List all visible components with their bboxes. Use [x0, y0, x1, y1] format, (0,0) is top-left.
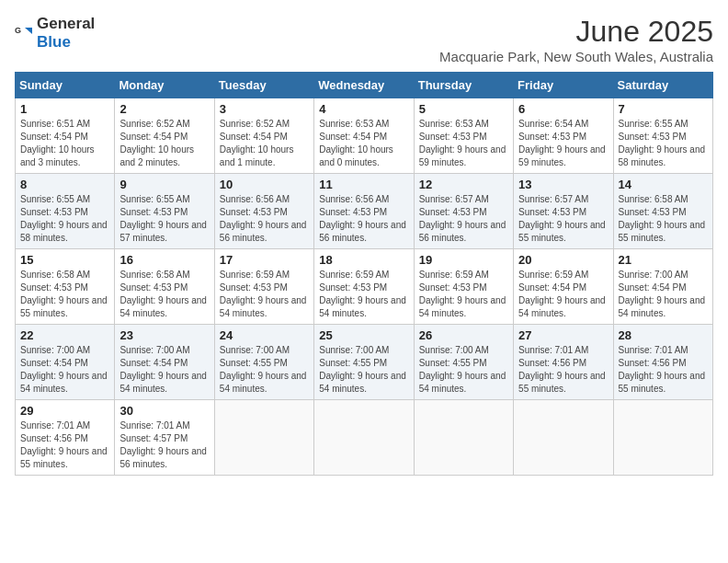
- calendar-cell: 8 Sunrise: 6:55 AM Sunset: 4:53 PM Dayli…: [16, 174, 115, 249]
- sunrise-label: Sunrise: 6:55 AM: [619, 119, 688, 129]
- day-info: Sunrise: 7:00 AM Sunset: 4:54 PM Dayligh…: [20, 344, 109, 396]
- calendar-cell: 14 Sunrise: 6:58 AM Sunset: 4:53 PM Dayl…: [613, 174, 712, 249]
- daylight-label: Daylight: 9 hours and 54 minutes.: [419, 371, 506, 394]
- day-info: Sunrise: 6:59 AM Sunset: 4:53 PM Dayligh…: [419, 269, 508, 320]
- sunrise-label: Sunrise: 7:00 AM: [220, 345, 290, 355]
- sunset-label: Sunset: 4:53 PM: [419, 282, 487, 293]
- sunset-label: Sunset: 4:54 PM: [518, 282, 586, 293]
- sunrise-label: Sunrise: 7:01 AM: [20, 420, 90, 431]
- calendar-cell: 6 Sunrise: 6:54 AM Sunset: 4:53 PM Dayli…: [514, 98, 613, 174]
- calendar-cell: 27 Sunrise: 7:01 AM Sunset: 4:56 PM Dayl…: [514, 325, 613, 400]
- day-number: 22: [20, 328, 109, 342]
- daylight-label: Daylight: 9 hours and 54 minutes.: [119, 295, 207, 318]
- day-info: Sunrise: 6:58 AM Sunset: 4:53 PM Dayligh…: [119, 269, 209, 320]
- day-info: Sunrise: 6:55 AM Sunset: 4:53 PM Dayligh…: [619, 118, 708, 169]
- sunset-label: Sunset: 4:53 PM: [220, 282, 288, 293]
- day-number: 8: [20, 178, 109, 191]
- daylight-label: Daylight: 10 hours and 3 minutes.: [20, 144, 95, 167]
- day-info: Sunrise: 6:57 AM Sunset: 4:53 PM Dayligh…: [518, 193, 608, 245]
- calendar-week-row: 15 Sunrise: 6:58 AM Sunset: 4:53 PM Dayl…: [16, 249, 713, 325]
- day-info: Sunrise: 6:55 AM Sunset: 4:53 PM Dayligh…: [20, 193, 109, 245]
- daylight-label: Daylight: 10 hours and 0 minutes.: [319, 144, 393, 167]
- sunset-label: Sunset: 4:55 PM: [220, 358, 288, 368]
- day-number: 21: [619, 253, 708, 267]
- daylight-label: Daylight: 9 hours and 54 minutes.: [220, 371, 307, 394]
- day-number: 16: [119, 253, 209, 267]
- sunset-label: Sunset: 4:54 PM: [20, 358, 88, 368]
- sunset-label: Sunset: 4:53 PM: [220, 207, 288, 217]
- sunrise-label: Sunrise: 6:58 AM: [20, 270, 90, 280]
- day-number: 5: [419, 102, 508, 116]
- calendar-cell: 7 Sunrise: 6:55 AM Sunset: 4:53 PM Dayli…: [613, 98, 712, 174]
- day-info: Sunrise: 6:53 AM Sunset: 4:53 PM Dayligh…: [419, 118, 508, 169]
- sunset-label: Sunset: 4:53 PM: [119, 282, 188, 293]
- calendar-cell: 15 Sunrise: 6:58 AM Sunset: 4:53 PM Dayl…: [16, 249, 115, 325]
- weekday-header-friday: Friday: [514, 73, 613, 98]
- day-number: 6: [518, 102, 608, 116]
- calendar-cell: [514, 400, 613, 476]
- svg-text:G: G: [15, 26, 21, 35]
- daylight-label: Daylight: 9 hours and 55 minutes.: [518, 220, 606, 243]
- weekday-header-wednesday: Wednesday: [314, 73, 414, 98]
- sunset-label: Sunset: 4:56 PM: [20, 433, 88, 443]
- daylight-label: Daylight: 9 hours and 56 minutes.: [419, 220, 506, 243]
- calendar-cell: [613, 400, 712, 476]
- sunset-label: Sunset: 4:56 PM: [619, 358, 687, 368]
- sunrise-label: Sunrise: 7:00 AM: [319, 345, 389, 355]
- sunrise-label: Sunrise: 6:53 AM: [419, 119, 489, 129]
- daylight-label: Daylight: 9 hours and 56 minutes.: [119, 446, 207, 469]
- day-info: Sunrise: 6:58 AM Sunset: 4:53 PM Dayligh…: [619, 193, 708, 245]
- weekday-header-thursday: Thursday: [414, 73, 513, 98]
- sunset-label: Sunset: 4:55 PM: [319, 358, 387, 368]
- daylight-label: Daylight: 9 hours and 54 minutes.: [518, 295, 606, 318]
- day-info: Sunrise: 6:52 AM Sunset: 4:54 PM Dayligh…: [220, 118, 309, 169]
- day-number: 15: [20, 253, 109, 267]
- day-info: Sunrise: 6:54 AM Sunset: 4:53 PM Dayligh…: [518, 118, 608, 169]
- page-header: G General Blue June 2025 Macquarie Park,…: [15, 15, 713, 64]
- sunset-label: Sunset: 4:57 PM: [119, 433, 188, 443]
- sunrise-label: Sunrise: 6:57 AM: [518, 194, 588, 204]
- day-info: Sunrise: 6:55 AM Sunset: 4:53 PM Dayligh…: [119, 193, 209, 245]
- sunrise-label: Sunrise: 6:52 AM: [220, 119, 290, 129]
- sunset-label: Sunset: 4:55 PM: [419, 358, 487, 368]
- svg-marker-1: [25, 28, 32, 34]
- day-number: 10: [220, 178, 309, 191]
- calendar-cell: 2 Sunrise: 6:52 AM Sunset: 4:54 PM Dayli…: [115, 98, 214, 174]
- day-number: 29: [20, 404, 109, 418]
- day-info: Sunrise: 6:51 AM Sunset: 4:54 PM Dayligh…: [20, 118, 109, 169]
- daylight-label: Daylight: 9 hours and 54 minutes.: [419, 295, 506, 318]
- calendar-cell: 25 Sunrise: 7:00 AM Sunset: 4:55 PM Dayl…: [314, 325, 414, 400]
- daylight-label: Daylight: 9 hours and 59 minutes.: [518, 144, 606, 167]
- daylight-label: Daylight: 9 hours and 55 minutes.: [20, 295, 108, 318]
- sunrise-label: Sunrise: 6:55 AM: [119, 194, 189, 204]
- logo: G General Blue: [15, 15, 95, 52]
- sunset-label: Sunset: 4:53 PM: [319, 207, 387, 217]
- sunset-label: Sunset: 4:53 PM: [518, 207, 586, 217]
- sunrise-label: Sunrise: 6:59 AM: [518, 270, 588, 280]
- calendar-cell: 26 Sunrise: 7:00 AM Sunset: 4:55 PM Dayl…: [414, 325, 513, 400]
- day-info: Sunrise: 6:53 AM Sunset: 4:54 PM Dayligh…: [319, 118, 408, 169]
- sunset-label: Sunset: 4:56 PM: [518, 358, 586, 368]
- day-info: Sunrise: 6:56 AM Sunset: 4:53 PM Dayligh…: [319, 193, 408, 245]
- sunset-label: Sunset: 4:54 PM: [119, 358, 188, 368]
- sunrise-label: Sunrise: 6:58 AM: [119, 270, 189, 280]
- daylight-label: Daylight: 9 hours and 55 minutes.: [619, 220, 706, 243]
- daylight-label: Daylight: 9 hours and 55 minutes.: [619, 371, 706, 394]
- sunset-label: Sunset: 4:53 PM: [419, 132, 487, 142]
- calendar-cell: 17 Sunrise: 6:59 AM Sunset: 4:53 PM Dayl…: [214, 249, 313, 325]
- title-area: June 2025 Macquarie Park, New South Wale…: [439, 15, 713, 64]
- sunrise-label: Sunrise: 6:55 AM: [20, 194, 90, 204]
- day-info: Sunrise: 6:59 AM Sunset: 4:53 PM Dayligh…: [319, 269, 408, 320]
- calendar-week-row: 29 Sunrise: 7:01 AM Sunset: 4:56 PM Dayl…: [16, 400, 713, 476]
- logo-icon: G: [15, 24, 33, 42]
- month-title: June 2025: [439, 15, 713, 49]
- calendar-cell: [414, 400, 513, 476]
- daylight-label: Daylight: 9 hours and 55 minutes.: [20, 446, 108, 469]
- daylight-label: Daylight: 9 hours and 58 minutes.: [619, 144, 706, 167]
- day-info: Sunrise: 7:01 AM Sunset: 4:56 PM Dayligh…: [518, 344, 608, 396]
- daylight-label: Daylight: 9 hours and 54 minutes.: [319, 295, 406, 318]
- weekday-header-monday: Monday: [115, 73, 214, 98]
- sunset-label: Sunset: 4:53 PM: [20, 282, 88, 293]
- day-info: Sunrise: 7:01 AM Sunset: 4:56 PM Dayligh…: [619, 344, 708, 396]
- calendar-header-row: SundayMondayTuesdayWednesdayThursdayFrid…: [16, 73, 713, 98]
